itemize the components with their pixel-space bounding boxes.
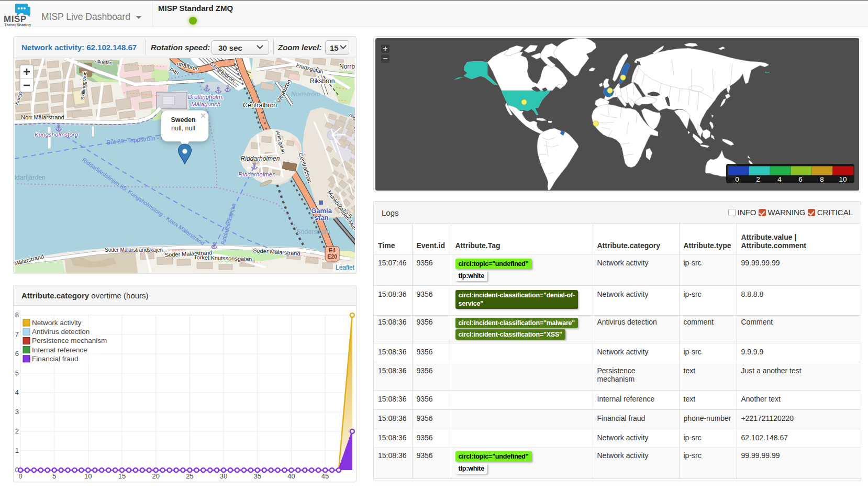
svg-text:30: 30	[220, 472, 227, 480]
svg-text:5: 5	[15, 369, 19, 377]
svg-text:4: 4	[777, 175, 782, 183]
svg-text:Financial fraud: Financial fraud	[32, 355, 79, 363]
svg-text:5: 5	[52, 472, 56, 480]
svg-text:Threat Sharing: Threat Sharing	[4, 23, 31, 27]
svg-text:0: 0	[735, 175, 739, 183]
svg-text:Sweden: Sweden	[171, 116, 195, 124]
svg-text:0: 0	[18, 472, 22, 480]
svg-text:20: 20	[152, 472, 159, 480]
svg-text:Persistence mechanism: Persistence mechanism	[32, 337, 107, 344]
svg-text:Söder Mälarstrandskajen: Söder Mälarstrandskajen	[105, 247, 163, 253]
svg-text:Leaflet: Leaflet	[336, 264, 355, 271]
svg-text:35: 35	[253, 472, 261, 480]
svg-text:10: 10	[839, 175, 847, 183]
svg-text:2: 2	[15, 427, 19, 435]
svg-text:Norrbr: Norrbr	[339, 63, 355, 70]
svg-text:3: 3	[15, 408, 19, 416]
svg-text:25: 25	[186, 472, 193, 480]
svg-text:Kungsholmstorg: Kungsholmstorg	[35, 131, 79, 138]
svg-text:E20: E20	[327, 253, 337, 260]
svg-text:Söderström: Söderström	[296, 228, 330, 236]
svg-text:7: 7	[15, 330, 19, 338]
svg-text:null, null: null, null	[171, 125, 195, 132]
svg-text:Network activity: Network activity	[32, 319, 82, 327]
svg-text:Riddarfjärden: Riddarfjärden	[15, 174, 46, 181]
svg-text:1: 1	[15, 447, 19, 454]
svg-text:St: St	[354, 125, 355, 133]
svg-text:Riddarholmen: Riddarholmen	[241, 155, 280, 162]
svg-text:8: 8	[820, 175, 824, 183]
svg-text:E4: E4	[329, 247, 336, 253]
svg-text:6: 6	[15, 350, 19, 358]
svg-text:45: 45	[321, 472, 329, 480]
svg-text:Riksbron: Riksbron	[310, 77, 335, 85]
svg-text:Norrström: Norrström	[291, 91, 320, 98]
svg-text:Antivirus detection: Antivirus detection	[32, 328, 90, 336]
svg-text:Mälarlunch: Mälarlunch	[191, 101, 220, 107]
svg-text:2: 2	[756, 175, 760, 183]
svg-text:stan: stan	[315, 214, 329, 221]
svg-text:10: 10	[84, 472, 92, 480]
svg-text:4: 4	[15, 388, 19, 396]
svg-text:6: 6	[798, 175, 803, 183]
svg-text:40: 40	[287, 472, 295, 480]
svg-text:Drottingholm,: Drottingholm,	[188, 94, 224, 100]
svg-text:Internal reference: Internal reference	[32, 346, 87, 354]
svg-text:Norr Mälarstrand: Norr Mälarstrand	[21, 114, 64, 120]
svg-text:15: 15	[118, 472, 126, 480]
svg-text:Centralbron: Centralbron	[243, 102, 277, 109]
svg-text:8: 8	[15, 311, 19, 319]
svg-text:Riddarholmen: Riddarholmen	[238, 171, 276, 177]
